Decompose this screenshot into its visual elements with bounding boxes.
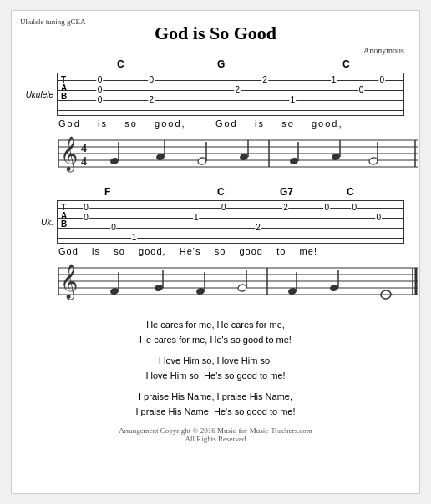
tab-staff-1: T A B 0 0 0 0 2 2 bbox=[57, 73, 404, 116]
verse-2-line-2: I love Him so, He's so good to me! bbox=[27, 369, 404, 384]
svg-point-41 bbox=[329, 284, 339, 292]
tab-line2-4 bbox=[58, 238, 403, 239]
section-2: F C G7 C Uk. T A B 0 0 0 1 1 bbox=[27, 186, 404, 311]
note: 2 bbox=[234, 86, 241, 94]
tab-line-1 bbox=[58, 80, 403, 81]
note: 2 bbox=[261, 76, 268, 84]
tab-staff-2: T A B 0 0 0 1 1 0 2 2 0 0 bbox=[57, 200, 404, 244]
chord-f: F bbox=[104, 186, 110, 198]
verse-1: He cares for me, He cares for me, He car… bbox=[27, 318, 404, 347]
svg-point-8 bbox=[109, 157, 119, 165]
tab-container-2: Uk. T A B 0 0 0 1 1 0 2 2 bbox=[27, 200, 404, 244]
tab-line-2 bbox=[58, 90, 403, 91]
verse-1-line-2: He cares for me, He's so good to me! bbox=[27, 333, 404, 348]
note: 0 bbox=[378, 76, 385, 84]
tab-line2-2 bbox=[58, 218, 403, 219]
verse-3-line-2: I praise His Name, He's so good to me! bbox=[27, 405, 404, 420]
music-staff-1: 𝄞 4 4 bbox=[35, 130, 404, 179]
svg-point-33 bbox=[154, 284, 164, 292]
staff-svg-2: 𝄞 bbox=[35, 258, 419, 308]
chord-c1: C bbox=[117, 58, 124, 70]
music-staff-2: 𝄞 bbox=[35, 258, 404, 311]
note2: 0 bbox=[375, 214, 382, 222]
note: 0 bbox=[148, 76, 155, 84]
note: 0 bbox=[97, 76, 104, 84]
tab-line-4 bbox=[58, 110, 403, 111]
staff-svg-1: 𝄞 4 4 bbox=[35, 130, 419, 176]
chord-g1: G bbox=[217, 58, 225, 70]
tab-container-1: Ukulele T A B 0 0 0 0 bbox=[27, 73, 404, 116]
note2: 0 bbox=[83, 214, 89, 222]
note: 2 bbox=[148, 96, 155, 104]
author-label: Anonymous bbox=[27, 46, 404, 55]
svg-point-20 bbox=[368, 157, 378, 165]
svg-point-37 bbox=[237, 284, 247, 292]
svg-text:4: 4 bbox=[81, 142, 87, 154]
note: 0 bbox=[97, 96, 104, 104]
tuning-label: Ukulele tuning gCEA bbox=[20, 18, 86, 26]
note2: 0 bbox=[221, 204, 227, 212]
note: 1 bbox=[289, 96, 296, 104]
svg-point-16 bbox=[289, 157, 299, 165]
note2: 2 bbox=[255, 224, 261, 232]
verse-2: I love Him so, I love Him so, I love Him… bbox=[27, 354, 404, 383]
note2: 1 bbox=[131, 234, 138, 242]
chord-c3: C bbox=[217, 186, 225, 198]
note2: 0 bbox=[83, 204, 89, 212]
verse-3-line-1: I praise His Name, I praise His Name, bbox=[27, 390, 404, 405]
note: 1 bbox=[331, 76, 337, 84]
chord-c2: C bbox=[342, 58, 350, 70]
verses-section: He cares for me, He cares for me, He car… bbox=[27, 318, 404, 420]
note2: 1 bbox=[193, 214, 200, 222]
svg-point-12 bbox=[197, 157, 207, 165]
page: Ukulele tuning gCEA God is So Good Anony… bbox=[11, 10, 420, 494]
section-1: C G C Ukulele T A B 0 0 bbox=[27, 58, 404, 179]
note2: 2 bbox=[282, 204, 289, 212]
note2: 0 bbox=[352, 204, 358, 212]
tab-label-1: Ukulele bbox=[27, 73, 57, 116]
note2: 0 bbox=[110, 224, 117, 232]
lyrics-1: God is so good, God is so good, bbox=[58, 118, 404, 129]
verse-2-line-1: I love Him so, I love Him so, bbox=[27, 354, 404, 369]
chord-g7: G7 bbox=[280, 186, 293, 198]
copyright: Arrangement Copyright © 2016 Music-for-M… bbox=[27, 426, 404, 443]
verse-1-line-1: He cares for me, He cares for me, bbox=[27, 318, 404, 333]
note2: 0 bbox=[324, 204, 331, 212]
chord-c4: C bbox=[347, 186, 354, 198]
note: 0 bbox=[97, 86, 104, 94]
svg-text:𝄞: 𝄞 bbox=[60, 264, 78, 300]
tab-label-2: Uk. bbox=[27, 200, 57, 244]
svg-text:𝄞: 𝄞 bbox=[60, 136, 78, 173]
tab-line-3 bbox=[58, 100, 403, 101]
note: 0 bbox=[358, 86, 365, 94]
lyrics-2: God is so good, He's so good to me! bbox=[58, 246, 404, 256]
svg-text:4: 4 bbox=[81, 155, 87, 168]
verse-3: I praise His Name, I praise His Name, I … bbox=[27, 390, 404, 419]
